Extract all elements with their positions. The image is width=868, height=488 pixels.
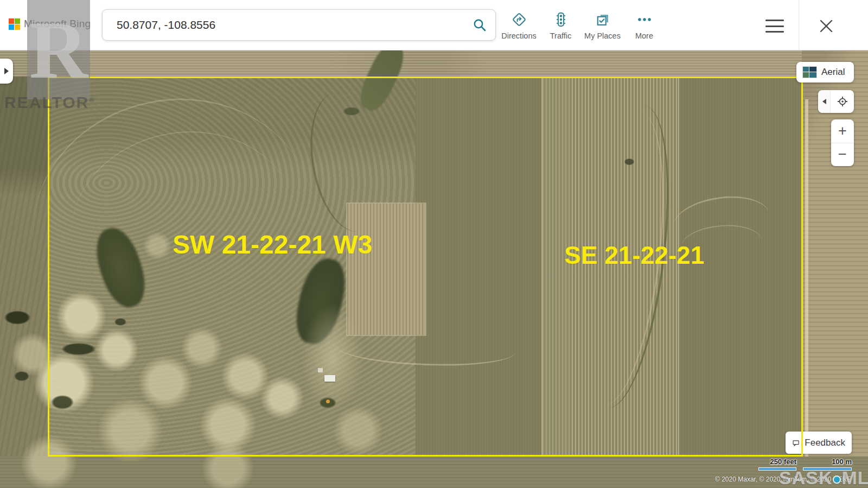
locate-me-button[interactable] (831, 90, 854, 113)
feedback-label: Feedback (805, 438, 845, 448)
hamburger-menu-button[interactable] (765, 20, 784, 33)
farm-feature (326, 400, 330, 403)
collapse-controls-button[interactable] (818, 90, 831, 113)
locate-control (818, 90, 854, 113)
chevron-left-icon (822, 99, 826, 104)
scale-label-metric: 100 m (802, 458, 852, 466)
nav-label: Traffic (550, 31, 571, 40)
map-style-aerial-button[interactable]: Aerial (796, 62, 854, 83)
scale-bar-imperial (758, 467, 796, 471)
top-bar: Microsoft Bing Directio (0, 0, 868, 50)
nav-label: More (635, 31, 653, 40)
farm-building (324, 375, 335, 382)
nav-more[interactable]: More (623, 0, 665, 50)
traffic-light-icon (553, 11, 569, 28)
zoom-in-button[interactable]: + (831, 119, 854, 143)
field-texture-right (802, 50, 868, 488)
parcel-label-sw: SW 21-22-21 W3 (173, 230, 372, 259)
directions-icon (511, 11, 527, 28)
header-divider (799, 0, 799, 50)
brand-text: Microsoft Bing (24, 18, 91, 30)
ellipsis-icon (635, 11, 654, 28)
gps-locate-icon (837, 96, 848, 107)
chevron-right-icon (4, 68, 9, 74)
search-icon (472, 17, 487, 33)
nav-traffic[interactable]: Traffic (540, 0, 582, 50)
speech-bubble-icon (792, 436, 800, 449)
bing-maps-app: SW 21-22-21 W3 SE 21-22-21 Aerial (0, 0, 868, 488)
map-style-label: Aerial (821, 67, 845, 78)
nav-directions[interactable]: Directions (498, 0, 540, 50)
scale-bar-metric (803, 467, 852, 471)
search-button[interactable] (464, 10, 495, 40)
nav-my-places[interactable]: My Places (582, 0, 623, 50)
bing-logo[interactable]: Microsoft Bing (9, 18, 91, 30)
map-canvas[interactable]: SW 21-22-21 W3 SE 21-22-21 Aerial (0, 50, 868, 488)
zoom-control: + − (831, 119, 854, 166)
nav-label: Directions (501, 31, 536, 40)
zoom-out-button[interactable]: − (831, 143, 854, 167)
map-thumbnail-icon (803, 67, 816, 78)
field-texture-top (0, 50, 868, 78)
map-pin-icon (833, 476, 841, 484)
search-input[interactable] (103, 18, 464, 31)
header-nav: Directions (498, 0, 665, 50)
search-box (102, 9, 496, 41)
farm-building (318, 368, 323, 372)
farmyard-area (301, 303, 363, 414)
close-icon (818, 18, 834, 34)
expand-panel-tab[interactable] (0, 59, 13, 84)
field-texture-left (0, 77, 49, 488)
road-line (805, 99, 808, 488)
nav-label: My Places (584, 31, 621, 40)
scale-label-imperial: 250 feet (733, 458, 796, 466)
close-button[interactable] (818, 18, 834, 34)
my-places-checkbox-icon (595, 11, 611, 28)
field-boundary-line (541, 77, 542, 457)
microsoft-logo-icon (9, 18, 20, 30)
parcel-label-se: SE 21-22-21 (564, 240, 704, 270)
feedback-button[interactable]: Feedback (786, 432, 852, 454)
